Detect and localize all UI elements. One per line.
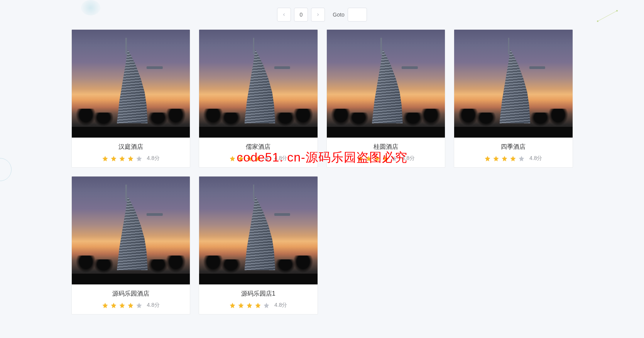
hotel-image [199,177,318,284]
hotel-image [72,30,190,138]
svg-point-2 [616,10,618,12]
star-rating [102,155,142,162]
star-icon [382,155,389,162]
rating-score: 4.8分 [274,155,287,162]
rating-score: 4.8分 [274,302,287,309]
hotel-card[interactable]: 桂圆酒店 4.8分 [326,29,446,168]
star-icon [263,155,270,162]
hotel-card[interactable]: 四季酒店 4.8分 [454,29,573,168]
goto-input[interactable] [348,8,367,22]
star-icon [391,155,397,162]
star-icon [246,302,253,309]
hotel-name: 四季酒店 [460,143,567,151]
rating-row: 4.8分 [77,302,185,309]
star-icon [357,155,363,162]
star-icon [119,155,125,162]
pagination: 0 Goto [31,8,613,22]
star-icon [484,155,491,162]
current-page: 0 [294,8,308,22]
star-icon [110,302,117,309]
hotel-name: 儒家酒店 [205,143,312,151]
star-icon [255,155,261,162]
hotel-name: 源码乐园店1 [205,290,312,298]
rating-row: 4.8分 [205,302,312,309]
hotel-name: 源码乐园酒店 [77,290,185,298]
star-icon [263,302,270,309]
goto-label: Goto [333,12,344,18]
star-icon [102,155,108,162]
star-icon [238,155,244,162]
rating-row: 4.8分 [460,155,567,162]
rating-score: 4.8分 [529,155,542,162]
star-icon [127,155,134,162]
star-rating [484,155,525,162]
hotel-image [327,30,445,138]
hotel-name: 汉庭酒店 [77,143,185,151]
star-icon [374,155,380,162]
hotel-image [454,30,573,138]
hotel-card[interactable]: 儒家酒店 4.8分 [199,29,318,168]
star-icon [127,302,134,309]
rating-row: 4.8分 [332,155,440,162]
star-icon [510,155,516,162]
rating-score: 4.8分 [147,302,160,309]
star-icon [255,302,261,309]
hotel-name: 桂圆酒店 [332,143,440,151]
rating-score: 4.8分 [402,155,415,162]
rating-row: 4.8分 [77,155,185,162]
rating-row: 4.8分 [205,155,312,162]
hotel-card[interactable]: 源码乐园店1 4.8分 [199,176,318,314]
chevron-left-icon [282,12,286,17]
svg-line-1 [598,11,617,21]
star-icon [119,302,125,309]
star-icon [229,155,236,162]
star-rating [229,302,270,309]
star-icon [102,302,108,309]
star-rating [357,155,397,162]
star-icon [246,155,253,162]
star-icon [501,155,508,162]
star-icon [493,155,499,162]
star-icon [136,302,142,309]
hotel-card[interactable]: 源码乐园酒店 4.8分 [71,176,191,314]
star-rating [229,155,270,162]
hotel-image [199,30,318,138]
prev-page-button[interactable] [277,8,291,22]
hotel-card[interactable]: 汉庭酒店 4.8分 [71,29,191,168]
rating-score: 4.8分 [147,155,160,162]
star-icon [238,302,244,309]
star-icon [229,302,236,309]
chevron-right-icon [316,12,320,17]
star-icon [365,155,372,162]
star-rating [102,302,142,309]
star-icon [136,155,142,162]
next-page-button[interactable] [311,8,325,22]
hotel-image [72,177,190,284]
decoration-lines [594,8,625,23]
star-icon [518,155,525,162]
hotel-grid: 汉庭酒店 4.8分 儒家酒店 4.8 [71,29,573,314]
star-icon [110,155,117,162]
